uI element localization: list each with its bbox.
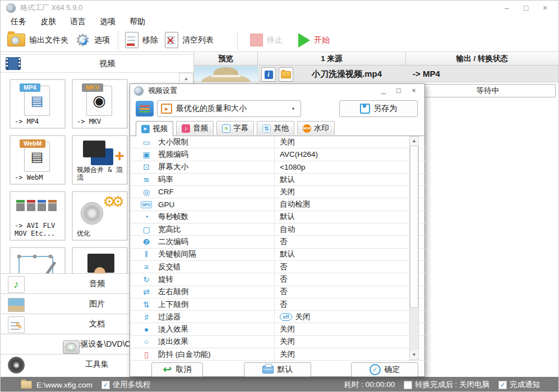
menu-item[interactable]: 语言 [70, 17, 86, 27]
setting-value[interactable]: 自动检测 [280, 199, 310, 209]
format-tile-file-mp4[interactable]: MP4-> MP4 [10, 79, 66, 129]
tab-字幕[interactable]: 字幕 [216, 121, 254, 135]
cancel-button[interactable]: ↩ 取消 [151, 362, 203, 377]
info-button[interactable] [261, 67, 276, 82]
setting-value[interactable]: 关闭 [280, 349, 295, 360]
crop-tool-tile[interactable] [10, 247, 66, 273]
tiles-scroll-up-button[interactable]: ▲ [179, 73, 193, 85]
clip-icon [87, 254, 114, 273]
setting-row[interactable]: ⇄左右颠倒否 [130, 286, 426, 298]
ok-button[interactable]: ✓ 确定 [351, 362, 418, 377]
shutdown-after-checkbox[interactable]: ✓ [404, 381, 412, 389]
setting-value[interactable]: 否 [280, 262, 288, 272]
setting-value[interactable]: 否 [280, 287, 288, 297]
setting-value[interactable]: off关闭 [280, 312, 311, 322]
notify-label[interactable]: 完成通知 [510, 380, 540, 390]
dialog-close-button[interactable]: × [408, 86, 420, 96]
video-clip-tile[interactable] [72, 247, 128, 273]
source-filename: 小刀洗澡视频.mp4 [312, 66, 382, 82]
menu-item[interactable]: 选项 [100, 17, 116, 27]
tab-视频[interactable]: 视频 [136, 121, 173, 136]
default-button[interactable]: 默认 [244, 362, 311, 377]
remove-label: 移除 [142, 35, 158, 45]
setting-row[interactable]: ◎CRF关闭 [130, 186, 426, 198]
format-tile-merge[interactable]: 视频合并 & 混流 [72, 135, 128, 185]
setting-row[interactable]: GPUGPU自动检测 [130, 198, 426, 211]
setting-value[interactable]: 关闭 [280, 137, 295, 147]
setting-row[interactable]: ♯过滤器off关闭 [130, 311, 426, 323]
toolbar-separator [118, 31, 118, 50]
format-tile-file-webm[interactable]: WebM-> WebM [10, 135, 66, 185]
close-button[interactable]: × [537, 2, 553, 13]
column-header[interactable]: 输出 / 转换状态 [406, 52, 559, 65]
setting-value[interactable]: 自动 [280, 225, 295, 235]
options-button[interactable]: ⚙ 选项 [75, 32, 110, 49]
menu-item[interactable]: 皮肤 [40, 17, 56, 27]
setting-row[interactable]: ◔每秒帧数默认 [130, 211, 426, 223]
shutdown-after-label[interactable]: 转换完成后 : 关闭电脑 [415, 380, 489, 390]
output-folder-button[interactable]: 输出文件夹 [7, 34, 68, 46]
resize-grip[interactable]: ⋰ [544, 382, 551, 388]
column-divider [274, 298, 275, 310]
dialog-resize-grip[interactable]: ⋰ [418, 370, 423, 375]
setting-value[interactable]: 关闭 [280, 187, 295, 197]
setting-value[interactable]: 关闭 [280, 337, 295, 347]
setting-row[interactable]: ≡反交错否 [130, 261, 426, 273]
setting-value[interactable]: 否 [280, 274, 288, 284]
setting-row[interactable]: ●淡入效果关闭 [130, 323, 426, 335]
setting-row[interactable]: ▭大小限制关闭 [130, 136, 426, 148]
setting-row[interactable]: ≋码率默认 [130, 174, 426, 186]
scroll-thumb[interactable] [410, 146, 418, 308]
setting-value[interactable]: 否 [280, 237, 288, 247]
scroll-up-arrow[interactable]: ▲ [410, 137, 418, 146]
menu-item[interactable]: 任务 [11, 17, 26, 27]
format-tile-optimize[interactable]: 优化 [72, 191, 128, 241]
remove-button[interactable]: 移除 [125, 32, 158, 48]
setting-value[interactable]: <1080p [280, 163, 305, 171]
setting-value[interactable]: 默认 [280, 212, 295, 222]
setting-row[interactable]: ⊡屏幕大小<1080p [130, 161, 426, 174]
scroll-down-arrow[interactable]: ▼ [410, 351, 418, 360]
setting-value[interactable]: 默认 [280, 175, 295, 185]
clear-list-button[interactable]: 清空列表 [165, 32, 214, 48]
setting-value[interactable]: 关闭 [280, 324, 295, 334]
setting-row[interactable]: ↻旋转否 [130, 273, 426, 286]
setting-value[interactable]: AVC(H264) [280, 150, 318, 158]
setting-row[interactable]: ▯防抖 (白金功能)关闭 [130, 348, 426, 361]
dialog-titlebar[interactable]: 视频设置 ＿ □ × [130, 84, 424, 97]
tab-音频[interactable]: 音频 [176, 121, 214, 135]
tab-其他[interactable]: 其他 [257, 121, 294, 135]
preview-thumbnail[interactable] [195, 66, 258, 82]
video-category-header[interactable]: 视频 [1, 54, 193, 73]
setting-row[interactable]: ‖关键帧间隔默认 [130, 249, 426, 261]
save-as-button[interactable]: 另存为 [339, 100, 418, 117]
setting-row[interactable]: ❷二次编码否 [130, 236, 426, 248]
notify-checkbox[interactable]: ✓ [498, 381, 507, 389]
setting-value[interactable]: 默认 [280, 249, 295, 259]
column-header[interactable]: 1 来源 [258, 52, 406, 65]
setting-row[interactable]: ▢宽高比自动 [130, 223, 426, 236]
column-header[interactable]: 预览 [194, 52, 258, 65]
setting-row[interactable]: ⇅上下颠倒否 [130, 298, 426, 311]
start-button[interactable]: 开始 [298, 33, 330, 48]
setting-value[interactable]: 否 [280, 300, 288, 310]
tab-水印[interactable]: NEW水印 [297, 121, 335, 135]
multithread-checkbox[interactable]: ✓ [101, 381, 110, 389]
format-tile-file-mkv[interactable]: MKV-> MKV [72, 79, 128, 129]
menu-item[interactable]: 帮助 [130, 17, 145, 27]
format-tile-multi[interactable]: -> AVI FLV MOV Etc... [10, 191, 66, 241]
multithread-label[interactable]: 使用多线程 [113, 380, 151, 390]
output-path[interactable]: E:\www.x6g.com [36, 381, 93, 389]
open-folder-button[interactable] [279, 67, 293, 82]
video-play-icon [141, 125, 150, 133]
setting-row[interactable]: ○淡出效果关闭 [130, 336, 426, 348]
dialog-maximize-button[interactable]: □ [392, 86, 405, 96]
output-folder-label: 输出文件夹 [29, 35, 68, 45]
maximize-button[interactable]: □ [518, 2, 534, 13]
minimize-button[interactable]: – [499, 2, 515, 13]
settings-scrollbar[interactable]: ▲ ▼ [409, 136, 419, 360]
profile-dropdown[interactable]: ▶ 最优化的质量和大小 ▼ [157, 100, 301, 117]
setting-row[interactable]: ▣视频编码AVC(H264) [130, 148, 426, 161]
dialog-minimize-button[interactable]: ＿ [377, 86, 390, 96]
task-row[interactable]: 小刀洗澡视频.mp4 -> MP4 等待中 [194, 66, 559, 82]
